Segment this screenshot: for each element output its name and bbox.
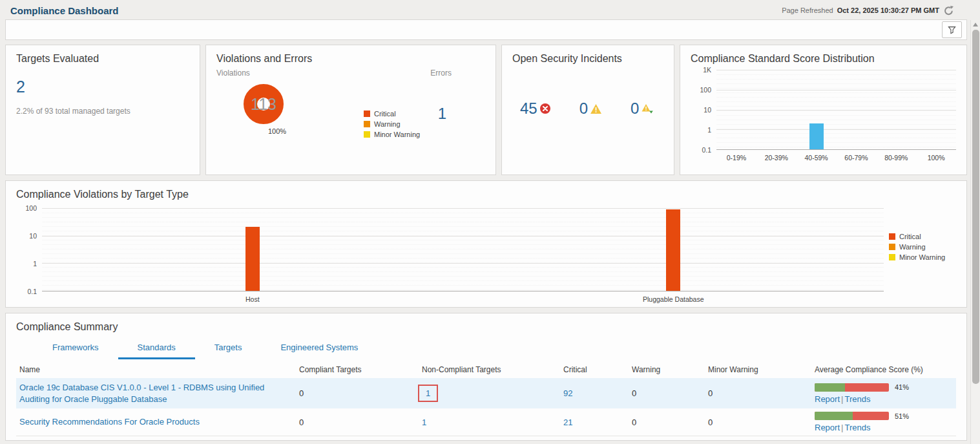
warning-count: 0 <box>627 418 703 427</box>
warning-count: 0 <box>627 388 703 398</box>
compliance-summary-card: Compliance Summary Frameworks Standards … <box>5 313 967 441</box>
open-security-incidents-card: Open Security Incidents 45 0 <box>501 45 674 175</box>
critical-swatch-icon <box>889 233 895 240</box>
score-distribution-chart: 1K1001010.1 0-19%20-39%40-59%60-79%80-99… <box>691 70 956 162</box>
refresh-icon[interactable] <box>943 5 954 16</box>
report-link[interactable]: Report <box>815 423 840 432</box>
targets-evaluated-card: Targets Evaluated 2 2.2% of 93 total man… <box>5 45 200 175</box>
warning-escalated-incident-icon <box>641 103 654 114</box>
violations-chart-x-axis: HostPluggable Database <box>42 291 884 303</box>
tab-engineered-systems[interactable]: Engineered Systems <box>261 338 377 359</box>
bar-40-59-[interactable] <box>809 123 824 149</box>
minor-warning-count: 0 <box>703 388 809 398</box>
violations-chart-plot-area <box>42 208 884 291</box>
violations-and-errors-title: Violations and Errors <box>216 53 485 65</box>
x-axis-label: 40-59% <box>797 150 837 162</box>
warning-incident-icon <box>590 103 602 114</box>
targets-evaluated-title: Targets Evaluated <box>16 53 189 65</box>
tab-frameworks[interactable]: Frameworks <box>33 338 118 359</box>
score-distribution-title: Compliance Standard Score Distribution <box>691 53 956 65</box>
compliance-score-percent: 41% <box>895 383 909 391</box>
warning-incidents-value[interactable]: 0 <box>579 100 588 118</box>
column-header-warning[interactable]: Warning <box>627 365 703 374</box>
violations-total: 113 <box>251 95 276 114</box>
column-header-name[interactable]: Name <box>16 365 294 374</box>
y-axis-tick-label: 100 <box>700 86 711 94</box>
violations-by-target-type-card: Compliance Violations by Target Type 100… <box>5 180 967 308</box>
critical-incidents-stat[interactable]: 45 <box>520 100 551 118</box>
annotation-highlight-box: 1 <box>418 385 438 402</box>
trends-link[interactable]: Trends <box>844 423 870 432</box>
legend-label: Critical <box>899 233 921 240</box>
legend-label: Minor Warning <box>899 253 945 261</box>
violations-and-errors-body: Violations Errors 113 100% Critical <box>216 67 485 169</box>
legend-label: Warning <box>374 120 401 128</box>
non-compliant-targets-link[interactable]: 1 <box>422 418 426 427</box>
table-row: Security Recommendations For Oracle Prod… <box>16 408 956 436</box>
gridline <box>716 70 956 70</box>
y-axis-tick-label: 1 <box>707 126 711 134</box>
compliance-summary-tabs: Frameworks Standards Targets Engineered … <box>33 338 956 359</box>
column-header-non-compliant-targets[interactable]: Non-Compliant Targets <box>417 365 558 374</box>
violations-by-target-type-legend: Critical Warning Minor Warning <box>884 208 956 303</box>
page-refreshed-time: Oct 22, 2025 10:30:27 PM GMT <box>837 6 939 14</box>
tab-standards[interactable]: Standards <box>118 338 195 359</box>
gridline <box>42 208 884 209</box>
compliance-score-bar-fill <box>815 383 845 392</box>
vertical-scrollbar[interactable] <box>970 20 980 444</box>
violations-and-errors-card: Violations and Errors Violations Errors … <box>205 45 496 175</box>
tab-targets[interactable]: Targets <box>195 338 262 359</box>
critical-count-link[interactable]: 21 <box>563 418 572 427</box>
row-links: Report|Trends <box>815 394 956 404</box>
page-refreshed-label: Page Refreshed <box>782 6 833 14</box>
column-header-minor-warning[interactable]: Minor Warning <box>703 365 809 374</box>
score-chart-y-axis: 1K1001010.1 <box>691 70 716 150</box>
critical-incidents-value[interactable]: 45 <box>520 100 537 118</box>
errors-value[interactable]: 1 <box>438 105 446 123</box>
legend-item-critical: Critical <box>889 233 956 240</box>
critical-count-link[interactable]: 92 <box>563 388 572 398</box>
violations-donut-chart[interactable]: 113 <box>244 84 284 124</box>
incident-stats: 45 0 <box>512 100 663 118</box>
y-axis-tick-label: 1 <box>33 260 37 268</box>
scrollbar-up-arrow-icon[interactable] <box>973 23 978 26</box>
gridline <box>42 236 884 237</box>
trends-link[interactable]: Trends <box>844 394 870 404</box>
escalated-warning-incidents-stat[interactable]: 0 <box>631 100 654 118</box>
violations-legend: Critical Warning Minor Warning <box>364 110 420 141</box>
critical-incident-icon <box>539 103 551 114</box>
compliant-targets-value: 0 <box>294 418 417 427</box>
x-axis-label: 100% <box>916 150 956 162</box>
compliance-dashboard-page: Compliance Dashboard Page Refreshed Oct … <box>0 0 980 444</box>
gridline <box>716 90 956 90</box>
column-header-avg-compliance-score[interactable]: Average Compliance Score (%) <box>809 365 956 374</box>
filter-button[interactable] <box>942 21 962 38</box>
kpi-cards-row: Targets Evaluated 2 2.2% of 93 total man… <box>5 45 967 175</box>
y-axis-tick-label: 10 <box>704 106 711 114</box>
page-refreshed-area: Page Refreshed Oct 22, 2025 10:30:27 PM … <box>782 5 954 16</box>
y-axis-tick-label: 0.1 <box>702 146 711 154</box>
bar-host[interactable] <box>245 227 260 291</box>
column-header-compliant-targets[interactable]: Compliant Targets <box>294 365 417 374</box>
targets-evaluated-value[interactable]: 2 <box>16 78 189 96</box>
standard-name-link[interactable]: Security Recommendations For Oracle Prod… <box>19 417 200 427</box>
report-link[interactable]: Report <box>815 394 840 404</box>
compliance-score-bar <box>815 412 889 420</box>
page-title: Compliance Dashboard <box>10 5 119 16</box>
warning-incidents-stat[interactable]: 0 <box>579 100 602 118</box>
summary-table-header: Name Compliant Targets Non-Compliant Tar… <box>16 361 956 378</box>
compliant-targets-value: 0 <box>294 388 417 398</box>
non-compliant-targets-link[interactable]: 1 <box>426 388 430 398</box>
score-distribution-card: Compliance Standard Score Distribution 1… <box>680 45 967 175</box>
bar-pluggable-database[interactable] <box>666 209 680 291</box>
violations-label: Violations <box>216 69 250 78</box>
table-row: Oracle 19c Database CIS V1.0.0 - Level 1… <box>16 378 956 408</box>
compliance-score-percent: 51% <box>895 412 909 420</box>
scrollbar-thumb[interactable] <box>972 30 979 384</box>
escalated-warning-incidents-value[interactable]: 0 <box>631 100 639 118</box>
minor-warning-swatch-icon <box>889 254 895 260</box>
row-links: Report|Trends <box>815 423 956 432</box>
standard-name-link[interactable]: Oracle 19c Database CIS V1.0.0 - Level 1… <box>19 383 264 404</box>
violations-by-target-type-title: Compliance Violations by Target Type <box>16 189 956 200</box>
column-header-critical[interactable]: Critical <box>558 365 627 374</box>
